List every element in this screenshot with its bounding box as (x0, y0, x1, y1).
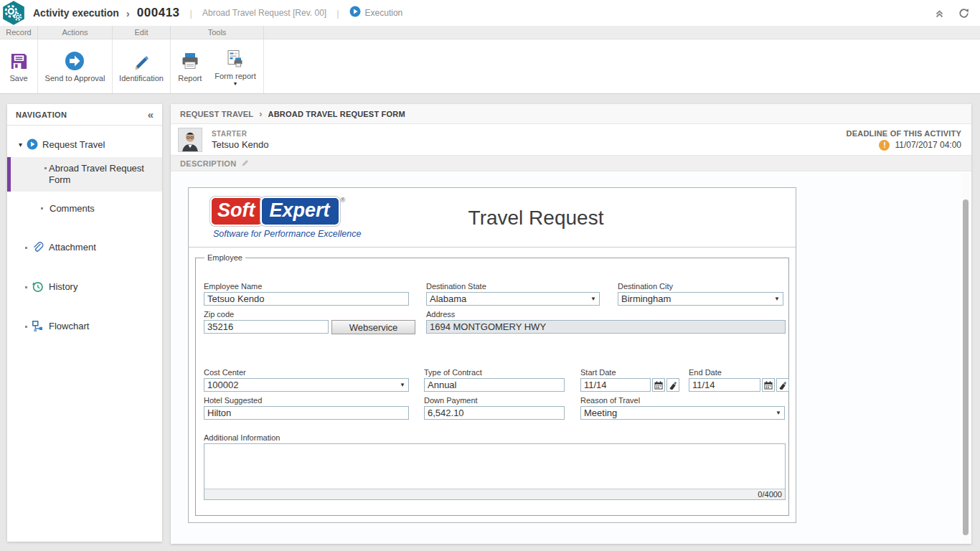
start-date-field[interactable] (580, 378, 651, 392)
execution-status-label: Execution (365, 8, 403, 18)
webservice-button[interactable]: Webservice (331, 320, 415, 334)
address-field (426, 320, 786, 334)
page-title: Activity execution (33, 7, 119, 19)
start-date-clear-icon[interactable] (666, 378, 679, 392)
dropdown-caret-icon: ▼ (233, 82, 238, 85)
ribbon-group-tabs: Record Actions Edit Tools (0, 26, 980, 39)
fieldset-legend: Employee (204, 253, 245, 262)
bullet-icon (25, 286, 27, 288)
destination-city-select[interactable]: Birmingham ▼ (618, 292, 783, 306)
vertical-scrollbar[interactable] (962, 174, 969, 541)
additional-information-label: Additional Information (204, 433, 280, 442)
employee-name-label: Employee Name (204, 282, 262, 291)
scrollbar-thumb[interactable] (963, 199, 969, 535)
sidebar-item-request-travel[interactable]: ▾ Request Travel (7, 131, 162, 157)
activity-content-panel: REQUEST TRAVEL › ABROAD TRAVEL REQUEST F… (171, 104, 971, 544)
top-header-bar: Activity execution › 000413 | Abroad Tra… (0, 0, 980, 26)
bullet-icon (41, 207, 43, 209)
additional-information-wrap: 0/4000 (204, 443, 786, 500)
cost-center-label: Cost Center (204, 368, 246, 377)
collapse-navigation-icon[interactable]: « (148, 108, 154, 121)
end-date-clear-icon[interactable] (776, 378, 789, 392)
ribbon-tab-record: Record (0, 26, 38, 39)
softexpert-logo: Soft Expert ® Software for Performance E… (210, 197, 361, 239)
select-arrow-icon: ▼ (397, 382, 405, 388)
down-payment-label: Down Payment (424, 396, 478, 405)
flowchart-icon (32, 320, 44, 332)
employee-name-field[interactable] (204, 292, 409, 306)
send-to-approval-button[interactable]: Send to Approval (42, 49, 108, 84)
select-arrow-icon: ▼ (773, 410, 781, 416)
additional-information-textarea[interactable] (204, 444, 785, 489)
character-counter: 0/4000 (204, 489, 785, 499)
end-date-field[interactable] (689, 378, 760, 392)
edit-description-pencil-icon[interactable] (241, 157, 250, 170)
collapse-panel-icon[interactable] (934, 8, 945, 19)
save-icon (9, 50, 29, 72)
refresh-icon[interactable] (958, 7, 970, 19)
start-date-calendar-icon[interactable] (652, 378, 665, 392)
address-label: Address (426, 310, 455, 319)
cost-center-select[interactable]: 100002 ▼ (204, 378, 409, 392)
type-of-contract-label: Type of Contract (424, 368, 482, 377)
sidebar-item-abroad-travel-request-form[interactable]: Abroad Travel Request Form (7, 157, 162, 192)
separator: | (336, 8, 339, 19)
breadcrumb-request-travel[interactable]: REQUEST TRAVEL (180, 110, 253, 118)
ribbon-tab-edit: Edit (113, 26, 171, 39)
title-chevron-icon: › (126, 7, 130, 19)
ribbon-tab-tools: Tools (171, 26, 264, 39)
starter-name: Tetsuo Kendo (212, 139, 269, 150)
form-report-icon (225, 48, 245, 70)
deadline-value: 11/07/2017 04:00 (895, 140, 961, 150)
logo-tagline: Software for Performance Excellence (213, 229, 361, 239)
bullet-icon (44, 167, 47, 169)
identification-button[interactable]: Identification (116, 49, 166, 84)
destination-city-label: Destination City (618, 282, 673, 291)
save-button[interactable]: Save (6, 49, 32, 84)
breadcrumb-abroad-travel-request-form: ABROAD TRAVEL REQUEST FORM (268, 110, 405, 118)
reason-of-travel-select[interactable]: Meeting ▼ (580, 406, 785, 420)
select-arrow-icon: ▼ (771, 296, 780, 302)
ribbon-toolbar: Save Send to Approval Identification (0, 39, 980, 94)
description-label: DESCRIPTION (180, 159, 236, 168)
pencil-icon (131, 50, 151, 72)
record-id: 000413 (137, 6, 180, 20)
description-bar: DESCRIPTION (171, 156, 971, 171)
type-of-contract-field[interactable] (424, 378, 565, 392)
form-report-button[interactable]: Form report ▼ (212, 47, 258, 87)
starter-bar: STARTER Tetsuo Kendo DEADLINE OF THIS AC… (171, 124, 971, 156)
end-date-label: End Date (689, 368, 722, 377)
navigation-panel: NAVIGATION « ▾ Request Travel Abroad Tra… (7, 104, 162, 542)
tree-expand-caret-icon[interactable]: ▾ (19, 141, 22, 149)
breadcrumb: REQUEST TRAVEL › ABROAD TRAVEL REQUEST F… (171, 104, 971, 124)
process-play-icon (27, 138, 38, 150)
hotel-suggested-label: Hotel Suggested (204, 396, 262, 405)
sidebar-item-flowchart[interactable]: Flowchart (7, 313, 162, 339)
reason-of-travel-label: Reason of Travel (580, 396, 640, 405)
destination-state-select[interactable]: Alabama ▼ (426, 292, 600, 306)
sidebar-item-comments[interactable]: Comments (7, 196, 162, 221)
deadline-label: DEADLINE OF THIS ACTIVITY (847, 129, 961, 138)
down-payment-field[interactable] (424, 406, 565, 420)
zip-code-label: Zip code (204, 310, 234, 319)
select-arrow-icon: ▼ (588, 296, 596, 302)
breadcrumb-chevron-icon: › (259, 108, 262, 119)
form-title: Travel Request (468, 207, 604, 230)
sidebar-item-attachment[interactable]: Attachment (7, 234, 162, 260)
paperclip-icon (32, 241, 44, 253)
zip-code-field[interactable] (204, 320, 329, 334)
form-header: Soft Expert ® Software for Performance E… (189, 188, 796, 248)
app-logo-icon (0, 0, 27, 26)
report-button[interactable]: Report (175, 49, 204, 84)
destination-state-label: Destination State (426, 282, 486, 291)
navigation-title: NAVIGATION (16, 110, 67, 119)
ribbon-tab-actions: Actions (38, 26, 113, 39)
send-to-approval-icon (65, 50, 85, 72)
hotel-suggested-field[interactable] (204, 406, 409, 420)
starter-label: STARTER (212, 130, 269, 138)
end-date-calendar-icon[interactable] (762, 378, 775, 392)
printer-icon (180, 50, 200, 72)
start-date-label: Start Date (580, 368, 616, 377)
sidebar-item-history[interactable]: History (7, 273, 162, 300)
record-name: Abroad Travel Request [Rev. 00] (202, 8, 326, 18)
